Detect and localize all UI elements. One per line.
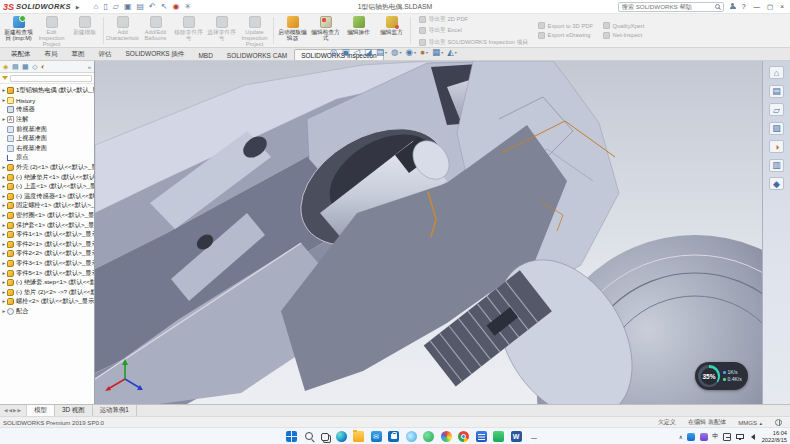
- open-icon[interactable]: ▱: [113, 3, 119, 11]
- tab-scroll-buttons[interactable]: ◀◀▶▶: [0, 405, 27, 416]
- resources-tab-icon[interactable]: ⌂: [769, 66, 784, 79]
- display-style-icon[interactable]: ◍▾: [391, 48, 401, 57]
- close-button[interactable]: ×: [780, 3, 784, 11]
- start-icon[interactable]: [286, 431, 297, 442]
- tree-item-component[interactable]: (-) 上盖<1> (默认<<默认>_显示状: [0, 182, 94, 192]
- tree-item-front-plane[interactable]: 前视基准面: [0, 124, 94, 134]
- tree-item-component[interactable]: (-) 绝缘套.step<1> (默认<<默认: [0, 278, 94, 288]
- featuremanager-tab-icon[interactable]: ◈: [3, 63, 8, 71]
- section-view-icon[interactable]: ◪: [364, 48, 372, 57]
- graphics-viewport[interactable]: [95, 61, 790, 404]
- tab-solidworks-cam[interactable]: SOLIDWORKS CAM: [220, 49, 294, 60]
- store-icon[interactable]: [388, 431, 399, 442]
- file-explorer-icon[interactable]: [353, 431, 364, 442]
- edit-methods-button[interactable]: 编辑监方: [375, 14, 408, 47]
- view-palette-tab-icon[interactable]: ▨: [769, 122, 784, 135]
- tree-root-item[interactable]: 1型铝轴热电偶 (默认<默认_显示状态-1: [0, 86, 94, 96]
- performance-overlay-widget[interactable]: 35% 1K/s 0.4K/s: [695, 362, 748, 390]
- apply-scene-icon[interactable]: ▦▾: [432, 48, 443, 57]
- rebuild-icon[interactable]: ◉: [172, 3, 179, 11]
- tree-filter-input[interactable]: [10, 75, 92, 82]
- notes-icon[interactable]: [493, 431, 504, 442]
- tree-item-component[interactable]: (-) 温度传感器<1> (默认<<默认>_: [0, 192, 94, 202]
- tab-sketch[interactable]: 草图: [65, 47, 92, 60]
- tray-shield-icon[interactable]: [700, 433, 708, 441]
- design-library-tab-icon[interactable]: ▤: [769, 85, 784, 98]
- tree-item-component[interactable]: 螺栓<2> (默认<<默认>_显示状态: [0, 297, 94, 307]
- tree-item-component[interactable]: 零件3<1> (默认<<默认>_显示状态: [0, 259, 94, 269]
- new-document-icon[interactable]: ▯: [103, 3, 107, 11]
- edit-inspection-methods-button[interactable]: 编辑检查方式: [309, 14, 342, 47]
- launch-template-editor-button[interactable]: 启动模板编辑器: [276, 14, 309, 47]
- appearances-tab-icon[interactable]: ◑: [769, 140, 784, 153]
- word-icon[interactable]: [511, 431, 522, 442]
- zoom-area-icon[interactable]: ▣: [341, 48, 349, 57]
- displaymanager-tab-icon[interactable]: ◐: [41, 63, 45, 70]
- zoom-fit-icon[interactable]: ◎: [330, 48, 337, 57]
- onedrive-icon[interactable]: [406, 431, 417, 442]
- tab-assembly[interactable]: 装配体: [4, 47, 38, 60]
- tree-item-top-plane[interactable]: 上视基准面: [0, 134, 94, 144]
- search-icon[interactable]: [304, 431, 315, 442]
- tree-item-component[interactable]: 外壳 (2)<1> (默认<<默认>_显示状: [0, 163, 94, 173]
- chrome-icon[interactable]: [458, 431, 469, 442]
- help-icon[interactable]: ?: [742, 3, 746, 10]
- tree-item-component[interactable]: 密封圈<1> (默认<<默认>_显示状: [0, 211, 94, 221]
- search-icon[interactable]: [715, 4, 720, 9]
- view-orientation-icon[interactable]: ▤▾: [376, 48, 387, 57]
- maximize-button[interactable]: ▢: [767, 3, 773, 11]
- assembly-model[interactable]: [95, 61, 790, 404]
- edit-appearance-icon[interactable]: ●▾: [420, 48, 428, 57]
- tab-addins[interactable]: SOLIDWORKS 插件: [119, 47, 192, 60]
- ime-mode-icon[interactable]: [723, 433, 731, 441]
- view-settings-icon[interactable]: ◭▾: [447, 48, 457, 57]
- taskbar-clock[interactable]: 16:04 2022/8/15: [762, 430, 787, 442]
- display-tray-icon[interactable]: [736, 434, 744, 440]
- tray-expand-icon[interactable]: ∧: [679, 434, 683, 440]
- tab-layout[interactable]: 布局: [38, 47, 65, 60]
- print-icon[interactable]: ▤: [137, 3, 145, 11]
- search-input[interactable]: [622, 3, 713, 10]
- select-icon[interactable]: ↖: [161, 3, 168, 11]
- globe-icon[interactable]: [775, 419, 782, 426]
- tab-mbd[interactable]: MBD: [191, 49, 219, 60]
- new-inspection-project-button[interactable]: 新建检查项目 (imp:M): [2, 14, 35, 47]
- home-icon[interactable]: ⌂: [94, 3, 99, 11]
- dimxpert-tab-icon[interactable]: ◇: [32, 63, 37, 71]
- tree-item-component[interactable]: 零件5<1> (默认<<默认>_显示状态: [0, 268, 94, 278]
- hide-show-icon[interactable]: ◉▾: [406, 48, 416, 57]
- tray-app-icon[interactable]: [687, 433, 695, 441]
- minimize-button[interactable]: —: [754, 3, 761, 11]
- tab-model[interactable]: 模型: [27, 405, 55, 416]
- edge-icon[interactable]: [336, 431, 347, 442]
- dictionary-icon[interactable]: [476, 431, 487, 442]
- custom-properties-tab-icon[interactable]: ▥: [769, 159, 784, 172]
- model-canvas[interactable]: [95, 61, 790, 404]
- options-icon[interactable]: ✳: [184, 3, 191, 11]
- edit-operations-button[interactable]: 编辑操作: [342, 14, 375, 47]
- tree-item-history[interactable]: History: [0, 96, 94, 106]
- tab-evaluate[interactable]: 评估: [92, 47, 119, 60]
- login-user-icon[interactable]: [729, 3, 737, 11]
- overflow-tab-icon[interactable]: »: [88, 64, 91, 70]
- save-icon[interactable]: ▣: [124, 3, 132, 11]
- mail-icon[interactable]: [371, 431, 382, 442]
- undo-icon[interactable]: ↶: [149, 3, 156, 11]
- tree-item-component[interactable]: (-) 垫片 (2)<2> ->? (默认<<默认>: [0, 287, 94, 297]
- propertymanager-tab-icon[interactable]: ▤: [12, 63, 19, 71]
- file-explorer-tab-icon[interactable]: ▱: [769, 103, 784, 116]
- ime-language-indicator[interactable]: 中: [712, 432, 718, 441]
- photos-icon[interactable]: [441, 431, 452, 442]
- unit-system-selector[interactable]: MMGS ▲: [738, 419, 763, 426]
- tree-item-annotations[interactable]: 注解: [0, 115, 94, 125]
- tree-item-sensors[interactable]: 传感器: [0, 105, 94, 115]
- tree-item-component[interactable]: 零件1<1> (默认<<默认>_显示状态: [0, 230, 94, 240]
- green-app-icon[interactable]: [423, 431, 434, 442]
- tree-item-component[interactable]: 零件2<2> (默认<<默认>_显示状态: [0, 249, 94, 259]
- speaker-icon[interactable]: [748, 434, 755, 440]
- tree-item-component[interactable]: 零件2<1> (默认<<默认>_显示状态: [0, 240, 94, 250]
- help-search-box[interactable]: [618, 2, 724, 12]
- filter-funnel-icon[interactable]: [2, 76, 8, 80]
- tree-item-component[interactable]: 固定螺栓<1> (默认<<默认>_显示: [0, 201, 94, 211]
- tab-3d-views[interactable]: 3D 视图: [55, 405, 93, 416]
